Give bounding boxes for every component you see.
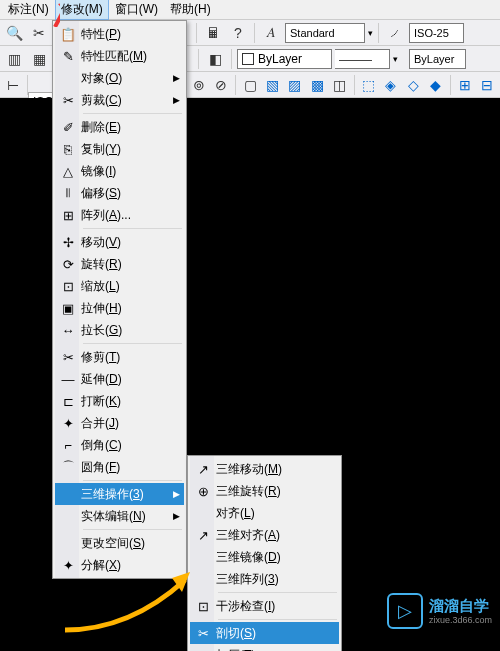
s6-icon[interactable]: ◈ — [381, 74, 401, 96]
menu-item-icon: ✎ — [55, 45, 81, 67]
menu-item-icon — [55, 532, 81, 554]
section-icon[interactable]: ⊢ — [3, 74, 23, 96]
menu-item[interactable]: ✎特性匹配(M) — [55, 45, 184, 67]
h3-icon[interactable]: ⊘ — [211, 74, 231, 96]
play-icon: ▷ — [387, 593, 423, 629]
menu-item[interactable]: 三维操作(3)▶ — [55, 483, 184, 505]
menu-item-icon: ⊏ — [55, 390, 81, 412]
menu-item-label: 加厚(T) — [216, 647, 323, 652]
menu-item[interactable]: △镜像(I) — [55, 160, 184, 182]
menu-modify[interactable]: 修改(M) — [55, 0, 109, 20]
menu-item[interactable]: ⌐倒角(C) — [55, 434, 184, 456]
menu-item[interactable]: 📋特性(P) — [55, 23, 184, 45]
dimstyle-icon[interactable]: ⟋ — [384, 22, 406, 44]
menu-item-label: 合并(J) — [81, 415, 168, 432]
s10-icon[interactable]: ⊟ — [477, 74, 497, 96]
menu-item[interactable]: ⊕三维旋转(R) — [190, 480, 339, 502]
menu-item-label: 干涉检查(I) — [216, 598, 323, 615]
menu-item[interactable]: 加厚(T) — [190, 644, 339, 651]
menu-item-label: 删除(E) — [81, 119, 168, 136]
watermark-url: zixue.3d66.com — [429, 615, 492, 626]
menu-item-icon: ⊕ — [190, 480, 216, 502]
menu-item-label: 三维镜像(D) — [216, 549, 323, 566]
s4-icon[interactable]: ◫ — [329, 74, 349, 96]
layer2-icon[interactable]: ▦ — [28, 48, 50, 70]
menu-item[interactable]: 实体编辑(N)▶ — [55, 505, 184, 527]
menu-item[interactable]: ⊡缩放(L) — [55, 275, 184, 297]
menu-item[interactable]: 对象(O)▶ — [55, 67, 184, 89]
menu-item-icon: ↔ — [55, 319, 81, 341]
text-style-select[interactable]: Standard — [285, 23, 365, 43]
h2-icon[interactable]: ⊚ — [189, 74, 209, 96]
menu-item[interactable]: ⌒圆角(F) — [55, 456, 184, 478]
menu-item-label: 倒角(C) — [81, 437, 168, 454]
menu-bar: 标注(N) 修改(M) 窗口(W) 帮助(H) — [0, 0, 500, 20]
color-icon[interactable]: ◧ — [204, 48, 226, 70]
menu-item[interactable]: 三维镜像(D) — [190, 546, 339, 568]
layer-icon[interactable]: ▥ — [3, 48, 25, 70]
3d-operations-submenu: ↗三维移动(M)⊕三维旋转(R)对齐(L)↗三维对齐(A)三维镜像(D)三维阵列… — [187, 455, 342, 651]
dim-style-select[interactable]: ISO-25 — [409, 23, 464, 43]
calc-icon[interactable]: 🖩 — [202, 22, 224, 44]
color-select[interactable]: ByLayer — [237, 49, 332, 69]
menu-item[interactable]: ↔拉长(G) — [55, 319, 184, 341]
menu-item[interactable]: ✦分解(X) — [55, 554, 184, 576]
menu-item-icon: ↗ — [190, 458, 216, 480]
menu-item[interactable]: ⊏打断(K) — [55, 390, 184, 412]
menu-item-label: 对齐(L) — [216, 505, 323, 522]
menu-item[interactable]: ✂修剪(T) — [55, 346, 184, 368]
watermark: ▷ 溜溜自学 zixue.3d66.com — [387, 593, 492, 629]
menu-item-label: 三维对齐(A) — [216, 527, 323, 544]
menu-item[interactable]: ―延伸(D) — [55, 368, 184, 390]
menu-item-label: 缩放(L) — [81, 278, 168, 295]
menu-item[interactable]: ✂剖切(S) — [190, 622, 339, 644]
menu-item-label: 对象(O) — [81, 70, 168, 87]
menu-item[interactable]: 对齐(L) — [190, 502, 339, 524]
menu-item-icon: ▣ — [55, 297, 81, 319]
help-icon[interactable]: ? — [227, 22, 249, 44]
s3-icon[interactable]: ▩ — [307, 74, 327, 96]
menu-item-icon: ⌒ — [55, 456, 81, 478]
linetype-select[interactable]: ——— — [335, 49, 390, 69]
menu-item-label: 三维操作(3) — [81, 486, 168, 503]
s1-icon[interactable]: ▧ — [263, 74, 283, 96]
menu-item[interactable]: ⫴偏移(S) — [55, 182, 184, 204]
menu-item[interactable]: ✐删除(E) — [55, 116, 184, 138]
menu-window[interactable]: 窗口(W) — [109, 0, 164, 20]
textstyle-icon[interactable]: 𝐴 — [260, 22, 282, 44]
s2-icon[interactable]: ▨ — [285, 74, 305, 96]
find-icon[interactable]: 🔍 — [3, 22, 25, 44]
menu-item[interactable]: ✢移动(V) — [55, 231, 184, 253]
menu-item-label: 拉伸(H) — [81, 300, 168, 317]
menu-item[interactable]: ▣拉伸(H) — [55, 297, 184, 319]
menu-annotate[interactable]: 标注(N) — [2, 0, 55, 20]
menu-item-icon: ⊡ — [55, 275, 81, 297]
menu-item[interactable]: ⎘复制(Y) — [55, 138, 184, 160]
menu-item-label: 三维移动(M) — [216, 461, 323, 478]
menu-help[interactable]: 帮助(H) — [164, 0, 217, 20]
menu-item[interactable]: ✂剪裁(C)▶ — [55, 89, 184, 111]
menu-item-label: 打断(K) — [81, 393, 168, 410]
box-icon[interactable]: ▢ — [240, 74, 260, 96]
menu-item-label: 分解(X) — [81, 557, 168, 574]
cut-icon[interactable]: ✂ — [28, 22, 50, 44]
menu-item[interactable]: ✦合并(J) — [55, 412, 184, 434]
menu-item[interactable]: ↗三维移动(M) — [190, 458, 339, 480]
menu-item-label: 阵列(A)... — [81, 207, 168, 224]
s8-icon[interactable]: ◆ — [425, 74, 445, 96]
menu-item[interactable]: ⟳旋转(R) — [55, 253, 184, 275]
menu-item[interactable]: 更改空间(S) — [55, 532, 184, 554]
menu-item[interactable]: ⊞阵列(A)... — [55, 204, 184, 226]
lineweight-select[interactable]: ByLayer — [409, 49, 466, 69]
menu-item-label: 剖切(S) — [216, 625, 323, 642]
menu-item-icon: ⊞ — [55, 204, 81, 226]
s9-icon[interactable]: ⊞ — [454, 74, 474, 96]
s5-icon[interactable]: ⬚ — [359, 74, 379, 96]
menu-item[interactable]: ⊡干涉检查(I) — [190, 595, 339, 617]
menu-item[interactable]: 三维阵列(3) — [190, 568, 339, 590]
menu-item-icon: 📋 — [55, 23, 81, 45]
menu-item-icon: ⫴ — [55, 182, 81, 204]
menu-item[interactable]: ↗三维对齐(A) — [190, 524, 339, 546]
menu-item-label: 拉长(G) — [81, 322, 168, 339]
s7-icon[interactable]: ◇ — [403, 74, 423, 96]
